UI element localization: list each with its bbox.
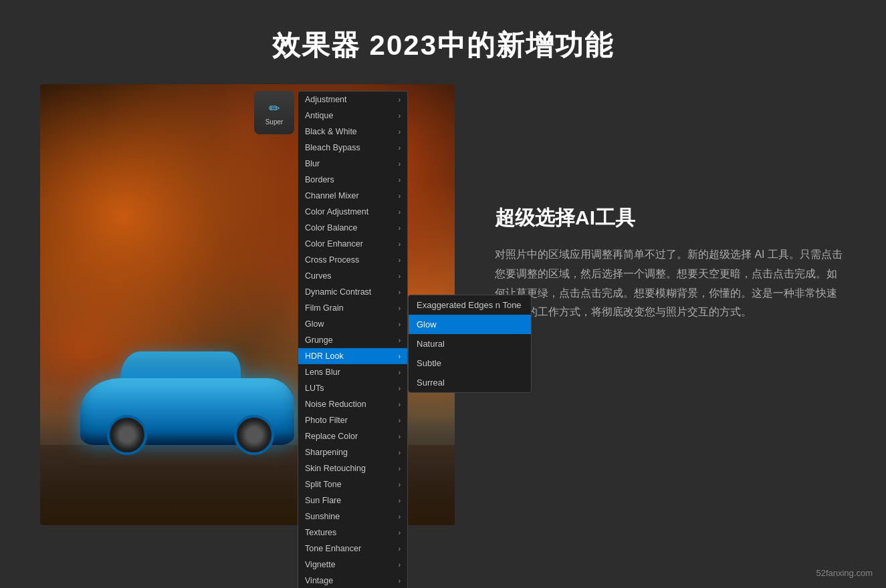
menu-item-label: Sunshine (305, 512, 340, 521)
menu-item-lens-blur[interactable]: Lens Blur› (298, 364, 407, 380)
menu-arrow-icon: › (399, 481, 401, 488)
menu-item-label: Dynamic Contrast (305, 287, 371, 297)
menu-item-label: Blur (305, 159, 320, 168)
car-wheel-left (107, 415, 147, 455)
menu-item-dynamic-contrast[interactable]: Dynamic Contrast› (298, 284, 407, 300)
menu-arrow-icon: › (399, 497, 401, 504)
menu-arrow-icon: › (399, 144, 401, 152)
menu-item-label: HDR Look (305, 351, 344, 361)
submenu-item-label: Subtle (417, 358, 441, 368)
menu-item-label: Color Adjustment (305, 207, 368, 216)
menu-item-label: Replace Color (305, 432, 358, 441)
menu-item-color-adjustment[interactable]: Color Adjustment› (298, 204, 407, 220)
hdr-look-submenu: Exaggerated Edges n ToneGlowNaturalSubtl… (408, 295, 532, 393)
section-title: 超级选择AI工具 (495, 204, 846, 232)
menu-item-cross-process[interactable]: Cross Process› (298, 252, 407, 268)
menu-arrow-icon: › (399, 465, 401, 472)
super-label: Super (265, 118, 284, 126)
menu-item-channel-mixer[interactable]: Channel Mixer› (298, 188, 407, 204)
menu-arrow-icon: › (399, 192, 401, 200)
menu-arrow-icon: › (399, 561, 401, 569)
menu-item-label: Color Enhancer (305, 239, 363, 249)
menu-item-label: Channel Mixer (305, 191, 359, 200)
menu-item-textures[interactable]: Textures› (298, 525, 407, 541)
page-title: 效果器 2023中的新增功能 (0, 0, 886, 64)
section-body: 对照片中的区域应用调整再简单不过了。新的超级选择 AI 工具。只需点击您要调整的… (495, 245, 846, 322)
menu-item-sharpening[interactable]: Sharpening› (298, 444, 407, 460)
menu-item-glow[interactable]: Glow› (298, 316, 407, 332)
menu-item-adjustment[interactable]: Adjustment› (298, 92, 407, 108)
menu-arrow-icon: › (399, 417, 401, 424)
effects-dropdown-menu: Adjustment›Antique›Black & White›Bleach … (298, 91, 408, 588)
menu-item-blur[interactable]: Blur› (298, 156, 407, 172)
menu-item-split-tone[interactable]: Split Tone› (298, 476, 407, 492)
menu-item-label: Film Grain (305, 303, 344, 313)
menu-item-skin-retouching[interactable]: Skin Retouching› (298, 460, 407, 476)
menu-item-label: Adjustment (305, 95, 347, 104)
menu-arrow-icon: › (399, 545, 401, 553)
menu-item-vignette[interactable]: Vignette› (298, 557, 407, 573)
menu-item-label: Lens Blur (305, 368, 340, 377)
menu-arrow-icon: › (399, 112, 401, 120)
submenu-item-subtle[interactable]: Subtle (409, 353, 531, 373)
menu-item-label: Sun Flare (305, 496, 341, 505)
menu-arrow-icon: › (399, 225, 401, 232)
menu-item-label: Grunge (305, 335, 333, 345)
menu-item-antique[interactable]: Antique› (298, 108, 407, 124)
menu-item-label: Skin Retouching (305, 464, 366, 473)
menu-item-curves[interactable]: Curves› (298, 268, 407, 284)
menu-item-label: Tone Enhancer (305, 544, 361, 553)
car-shape (80, 338, 294, 445)
menu-item-label: Sharpening (305, 448, 348, 457)
menu-item-label: Borders (305, 175, 334, 184)
menu-item-label: Glow (305, 319, 324, 329)
menu-arrow-icon: › (399, 337, 401, 344)
menu-item-film-grain[interactable]: Film Grain› (298, 300, 407, 316)
submenu-item-surreal[interactable]: Surreal (409, 373, 531, 392)
menu-item-replace-color[interactable]: Replace Color› (298, 428, 407, 444)
submenu-item-natural[interactable]: Natural (409, 334, 531, 353)
menu-arrow-icon: › (399, 353, 401, 360)
menu-arrow-icon: › (399, 257, 401, 264)
menu-arrow-icon: › (399, 176, 401, 184)
menu-arrow-icon: › (399, 577, 401, 585)
menu-item-noise-reduction[interactable]: Noise Reduction› (298, 396, 407, 412)
menu-arrow-icon: › (399, 160, 401, 168)
watermark: 52fanxing.com (816, 568, 873, 578)
submenu-item-glow[interactable]: Glow (409, 315, 531, 334)
menu-item-sun-flare[interactable]: Sun Flare› (298, 492, 407, 508)
menu-item-photo-filter[interactable]: Photo Filter› (298, 412, 407, 428)
menu-arrow-icon: › (399, 208, 401, 216)
super-button[interactable]: ✏ Super (254, 91, 294, 134)
menu-arrow-icon: › (399, 289, 401, 296)
menu-item-color-balance[interactable]: Color Balance› (298, 220, 407, 236)
menu-arrow-icon: › (399, 128, 401, 136)
menu-arrow-icon: › (399, 321, 401, 328)
menu-item-grunge[interactable]: Grunge› (298, 332, 407, 348)
menu-arrow-icon: › (399, 305, 401, 312)
menu-item-black--white[interactable]: Black & White› (298, 124, 407, 140)
menu-item-hdr-look[interactable]: HDR Look› (298, 348, 407, 364)
menu-item-label: LUTs (305, 384, 324, 393)
menu-item-sunshine[interactable]: Sunshine› (298, 508, 407, 525)
menu-item-label: Textures (305, 528, 336, 537)
menu-item-borders[interactable]: Borders› (298, 172, 407, 188)
submenu-item-label: Natural (417, 339, 445, 349)
menu-arrow-icon: › (399, 273, 401, 280)
submenu-item-label: Exaggerated Edges n Tone (417, 300, 522, 310)
menu-item-label: Antique (305, 111, 333, 120)
menu-item-color-enhancer[interactable]: Color Enhancer› (298, 236, 407, 252)
menu-item-label: Curves (305, 271, 332, 281)
submenu-item-exaggerated-edges-n-tone[interactable]: Exaggerated Edges n Tone (409, 295, 531, 315)
menu-item-label: Photo Filter (305, 416, 348, 425)
submenu-item-label: Glow (417, 319, 437, 329)
menu-arrow-icon: › (399, 385, 401, 392)
menu-item-vintage[interactable]: Vintage› (298, 573, 407, 588)
menu-item-tone-enhancer[interactable]: Tone Enhancer› (298, 541, 407, 557)
menu-item-label: Vignette (305, 560, 336, 569)
menu-item-bleach-bypass[interactable]: Bleach Bypass› (298, 140, 407, 156)
menu-item-luts[interactable]: LUTs› (298, 380, 407, 396)
car-wheel-right (234, 415, 274, 455)
menu-arrow-icon: › (399, 96, 401, 104)
menu-arrow-icon: › (399, 513, 401, 521)
